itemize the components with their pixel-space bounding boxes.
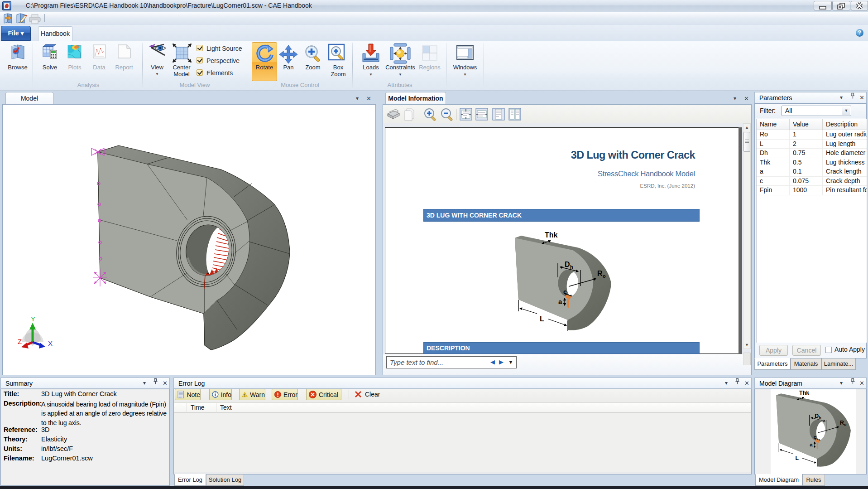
svg-text:Z: Z bbox=[18, 338, 22, 345]
svg-text:Y: Y bbox=[31, 315, 35, 323]
svg-text:X: X bbox=[48, 339, 53, 347]
